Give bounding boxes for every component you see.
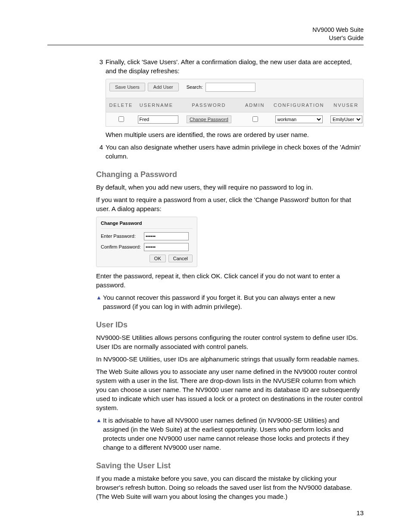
- col-nvuser: NVUSER: [329, 98, 363, 112]
- cp-para-3: Enter the password, repeat it, then clic…: [96, 271, 364, 289]
- search-input[interactable]: [206, 83, 255, 92]
- warning-icon: ▲: [96, 293, 103, 311]
- save-users-button[interactable]: Save Users: [109, 83, 145, 91]
- step3-note-after: When multiple users are identified, the …: [106, 130, 364, 139]
- change-password-button[interactable]: Change Password: [187, 115, 231, 123]
- dialog-title: Change Password: [101, 220, 193, 229]
- uid-note: It is advisable to have all NV9000 user …: [103, 416, 364, 452]
- product-title: NV9000 Web Suite: [47, 26, 364, 34]
- col-password: PASSWORD: [177, 98, 241, 112]
- step-number-4: 4: [96, 143, 103, 161]
- col-configuration: CONFIGURATION: [269, 98, 329, 112]
- cp-para-2: If you want to require a password from a…: [96, 195, 364, 213]
- change-password-dialog: Change Password Enter Password: Confirm …: [96, 217, 197, 267]
- cp-note: You cannot recover this password if you …: [103, 293, 364, 311]
- ok-button[interactable]: OK: [149, 255, 166, 262]
- uid-para-1: NV9000-SE Utilities allows persons confi…: [96, 333, 364, 351]
- header-divider: [47, 45, 364, 45]
- username-input[interactable]: [138, 115, 178, 124]
- cancel-button[interactable]: Cancel: [168, 255, 193, 262]
- admin-checkbox[interactable]: [252, 116, 258, 122]
- confirm-password-label: Confirm Password:: [101, 244, 144, 249]
- col-username: USERNAME: [136, 98, 177, 112]
- warning-icon: ▲: [96, 416, 103, 452]
- uid-para-2: In NV9000-SE Utilities, user IDs are alp…: [96, 355, 364, 364]
- nvuser-select[interactable]: EmilyUser: [330, 115, 362, 123]
- add-user-button[interactable]: Add User: [148, 83, 179, 91]
- confirm-password-input[interactable]: [144, 243, 189, 251]
- doc-subtitle: User's Guide: [47, 34, 364, 42]
- heading-changing-password: Changing a Password: [96, 170, 364, 179]
- col-delete: DELETE: [106, 98, 136, 112]
- users-table-header: DELETE USERNAME PASSWORD ADMIN CONFIGURA…: [106, 98, 364, 112]
- heading-user-ids: User IDs: [96, 320, 364, 330]
- heading-saving-user-list: Saving the User List: [96, 461, 364, 470]
- search-label: Search:: [187, 84, 203, 90]
- step-text-4: You can also designate whether users hav…: [106, 143, 364, 161]
- delete-checkbox[interactable]: [118, 116, 124, 122]
- users-toolbar: Save Users Add User Search:: [106, 79, 364, 98]
- table-row: Change Password workman EmilyUser: [106, 112, 364, 127]
- enter-password-input[interactable]: [144, 232, 189, 240]
- step-text-3: Finally, click 'Save Users'. After a con…: [106, 57, 364, 75]
- page-number: 13: [356, 509, 364, 516]
- users-panel-screenshot: Save Users Add User Search: DELETE USERN…: [106, 79, 364, 127]
- cp-para-1: By default, when you add new users, they…: [96, 183, 364, 192]
- page-header: NV9000 Web Suite User's Guide: [47, 26, 364, 42]
- col-admin: ADMIN: [241, 98, 269, 112]
- saving-para-1: If you made a mistake before you save, y…: [96, 474, 364, 501]
- configuration-select[interactable]: workman: [275, 115, 323, 123]
- enter-password-label: Enter Password:: [101, 233, 144, 239]
- uid-para-3: The Web Suite allows you to associate an…: [96, 367, 364, 412]
- step-number-3: 3: [96, 57, 103, 75]
